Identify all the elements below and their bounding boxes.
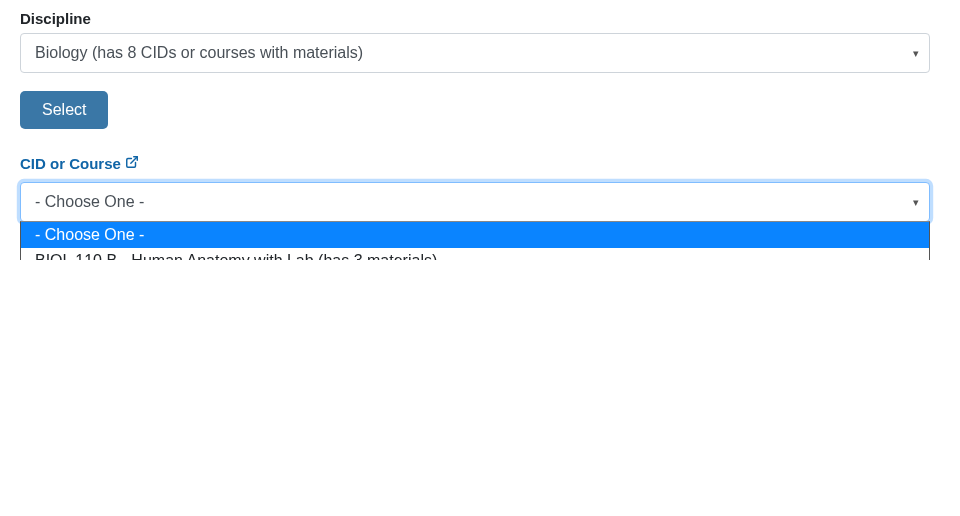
external-link-icon	[125, 155, 139, 172]
chevron-down-icon: ▾	[913, 47, 919, 60]
course-dropdown-list[interactable]: - Choose One -BIOL 110 B - Human Anatomy…	[20, 221, 930, 260]
cid-or-course-label-text: CID or Course	[20, 155, 121, 172]
discipline-label: Discipline	[20, 10, 940, 27]
course-selected-text: - Choose One -	[35, 193, 144, 211]
select-button[interactable]: Select	[20, 91, 108, 129]
chevron-down-icon: ▾	[913, 196, 919, 209]
course-option[interactable]: BIOL 110 B - Human Anatomy with Lab (has…	[21, 248, 929, 260]
discipline-selected-text: Biology (has 8 CIDs or courses with mate…	[35, 44, 363, 62]
course-select[interactable]: - Choose One - ▾ - Choose One -BIOL 110 …	[20, 182, 930, 222]
course-option[interactable]: - Choose One -	[21, 222, 929, 248]
cid-or-course-link[interactable]: CID or Course	[20, 155, 139, 172]
discipline-select[interactable]: Biology (has 8 CIDs or courses with mate…	[20, 33, 930, 73]
svg-line-0	[131, 157, 137, 163]
